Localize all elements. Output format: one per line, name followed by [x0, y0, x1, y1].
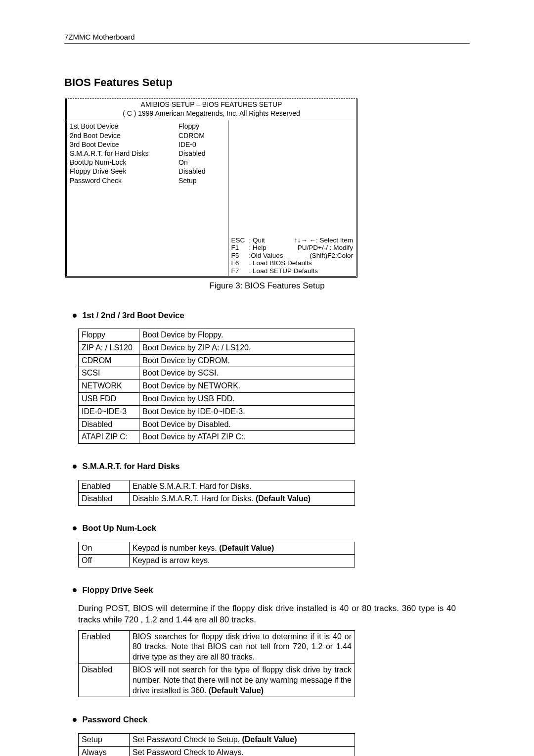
- table-value: Keypad is arrow keys.: [130, 555, 355, 567]
- bios-setting-key: S.M.A.R.T. for Hard Disks: [70, 149, 178, 158]
- bios-setting-value: Floppy: [178, 122, 199, 131]
- table-key: Enabled: [79, 480, 130, 493]
- table-key: Disabled: [79, 664, 130, 697]
- table-value: Boot Device by ZIP A: / LS120.: [139, 341, 355, 354]
- table-value: Set Password Check to Setup. (Default Va…: [130, 733, 355, 746]
- table-row: SetupSet Password Check to Setup. (Defau…: [79, 733, 355, 746]
- bios-hint-c2: :Old Values: [249, 252, 310, 260]
- bios-setting-row: 1st Boot DeviceFloppy: [70, 122, 225, 131]
- bios-setting-row: 2nd Boot DeviceCDROM: [70, 131, 225, 140]
- table-value: Boot Device by USB FDD.: [139, 392, 355, 405]
- table-value: Keypad is number keys. (Default Value): [130, 542, 355, 555]
- bios-setting-value: Disabled: [178, 167, 205, 176]
- bios-setting-value: IDE-0: [178, 140, 196, 149]
- default-value-label: (Default Value): [256, 494, 311, 503]
- table-row: OnKeypad is number keys. (Default Value): [79, 542, 355, 555]
- bullet-icon: •: [72, 582, 77, 598]
- table-value: BIOS will not search for the type of flo…: [130, 664, 355, 697]
- bios-title-2: ( C ) 1999 American Megatrends, Inc. All…: [67, 109, 356, 118]
- running-header: 7ZMMC Motherboard: [64, 32, 470, 44]
- heading-smart-label: S.M.A.R.T. for Hard Disks: [82, 462, 179, 471]
- table-value: Boot Device by ATAPI ZIP C:.: [139, 431, 355, 444]
- bios-left-column: 1st Boot DeviceFloppy2nd Boot DeviceCDRO…: [67, 120, 228, 276]
- bios-hint-c3: PU/PD+/-/ : Modify: [298, 244, 353, 252]
- bios-setup-panel: AMIBIOS SETUP – BIOS FEATURES SETUP ( C …: [65, 98, 357, 278]
- bios-setting-value: CDROM: [178, 131, 205, 140]
- table-key: Always: [79, 746, 130, 756]
- table-row: DisabledDisable S.M.A.R.T. Hard for Disk…: [79, 493, 355, 506]
- table-key: ATAPI ZIP C:: [79, 431, 139, 444]
- heading-floppy-seek-label: Floppy Drive Seek: [82, 585, 153, 594]
- bios-setting-key: Password Check: [70, 176, 178, 185]
- table-key: ZIP A: / LS120: [79, 341, 139, 354]
- heading-numlock: • Boot Up Num-Lock: [72, 520, 470, 537]
- bios-key-hints: ESC: Quit↑↓→ ←: Select ItemF1: HelpPU/PD…: [231, 236, 353, 275]
- table-value: Enable S.M.A.R.T. Hard for Disks.: [130, 480, 355, 493]
- table-value: Boot Device by IDE-0~IDE-3.: [139, 405, 355, 418]
- heading-floppy-seek: • Floppy Drive Seek: [72, 581, 470, 599]
- bios-hint-c3: ↑↓→ ←: Select Item: [294, 236, 353, 244]
- table-row: SCSIBoot Device by SCSI.: [79, 367, 355, 380]
- bios-hint-row: F6: Load BIOS Defaults: [231, 259, 353, 267]
- table-key: SCSI: [79, 367, 139, 380]
- table-row: ATAPI ZIP C:Boot Device by ATAPI ZIP C:.: [79, 431, 355, 444]
- table-row: USB FDDBoot Device by USB FDD.: [79, 392, 355, 405]
- table-key: Setup: [79, 733, 130, 746]
- heading-numlock-label: Boot Up Num-Lock: [82, 523, 156, 532]
- table-key: NETWORK: [79, 380, 139, 393]
- table-value: Set Password Check to Always.: [130, 746, 355, 756]
- default-value-label: (Default Value): [219, 544, 274, 552]
- table-row: DisabledBIOS will not search for the typ…: [79, 664, 355, 697]
- default-value-label: (Default Value): [209, 686, 264, 695]
- bios-hint-c1: F6: [231, 259, 249, 267]
- table-key: CDROM: [79, 354, 139, 367]
- bios-right-column: ESC: Quit↑↓→ ←: Select ItemF1: HelpPU/PD…: [228, 120, 356, 276]
- bios-setting-value: Setup: [178, 176, 197, 185]
- table-value: Disable S.M.A.R.T. Hard for Disks. (Defa…: [130, 493, 355, 506]
- table-value: BIOS searches for floppy disk drive to d…: [130, 630, 355, 663]
- figure-caption: Figure 3: BIOS Features Setup: [64, 281, 470, 291]
- boot-device-table: FloppyBoot Device by Floppy.ZIP A: / LS1…: [78, 329, 355, 444]
- bios-hint-row: F5:Old Values(Shift)F2:Color: [231, 252, 353, 260]
- bios-setting-row: BootUp Num-LockOn: [70, 158, 225, 167]
- table-value: Boot Device by Disabled.: [139, 418, 355, 431]
- bios-hint-c1: F1: [231, 244, 249, 252]
- table-key: USB FDD: [79, 392, 139, 405]
- table-value: Boot Device by SCSI.: [139, 367, 355, 380]
- default-value-label: (Default Value): [242, 735, 297, 744]
- bios-setting-row: Password CheckSetup: [70, 176, 225, 185]
- table-key: Enabled: [79, 630, 130, 663]
- password-table: SetupSet Password Check to Setup. (Defau…: [78, 733, 355, 756]
- bullet-icon: •: [72, 520, 77, 536]
- bios-setting-row: S.M.A.R.T. for Hard DisksDisabled: [70, 149, 225, 158]
- bios-header: AMIBIOS SETUP – BIOS FEATURES SETUP ( C …: [67, 99, 356, 120]
- table-row: EnabledBIOS searches for floppy disk dri…: [79, 630, 355, 663]
- numlock-table: OnKeypad is number keys. (Default Value)…: [78, 542, 355, 568]
- table-value: Boot Device by CDROM.: [139, 354, 355, 367]
- table-key: Disabled: [79, 493, 130, 506]
- bios-setting-key: 1st Boot Device: [70, 122, 178, 131]
- bios-setting-key: 2nd Boot Device: [70, 131, 178, 140]
- floppy-table: EnabledBIOS searches for floppy disk dri…: [78, 630, 355, 698]
- section-title: BIOS Features Setup: [64, 76, 470, 90]
- bullet-icon: •: [72, 308, 77, 323]
- table-row: AlwaysSet Password Check to Always.: [79, 746, 355, 756]
- bios-setting-key: 3rd Boot Device: [70, 140, 178, 149]
- bios-hint-row: F7: Load SETUP Defaults: [231, 267, 353, 275]
- bios-hint-c1: ESC: [231, 236, 249, 244]
- floppy-desc: During POST, BIOS will determine if the …: [78, 603, 456, 625]
- heading-smart: • S.M.A.R.T. for Hard Disks: [72, 458, 470, 475]
- table-value: Boot Device by Floppy.: [139, 329, 355, 341]
- table-row: NETWORKBoot Device by NETWORK.: [79, 380, 355, 393]
- table-row: OffKeypad is arrow keys.: [79, 555, 355, 567]
- bios-hint-c2: : Help: [249, 244, 298, 252]
- table-key: Disabled: [79, 418, 139, 431]
- table-key: On: [79, 542, 130, 555]
- bios-hint-c1: F7: [231, 267, 249, 275]
- bios-hint-c3: (Shift)F2:Color: [310, 252, 353, 260]
- smart-table: EnabledEnable S.M.A.R.T. Hard for Disks.…: [78, 480, 355, 506]
- bios-hint-c2: : Load SETUP Defaults: [249, 267, 353, 275]
- table-row: DisabledBoot Device by Disabled.: [79, 418, 355, 431]
- heading-password: • Password Check: [72, 711, 470, 729]
- bios-hint-c2: : Quit: [249, 236, 294, 244]
